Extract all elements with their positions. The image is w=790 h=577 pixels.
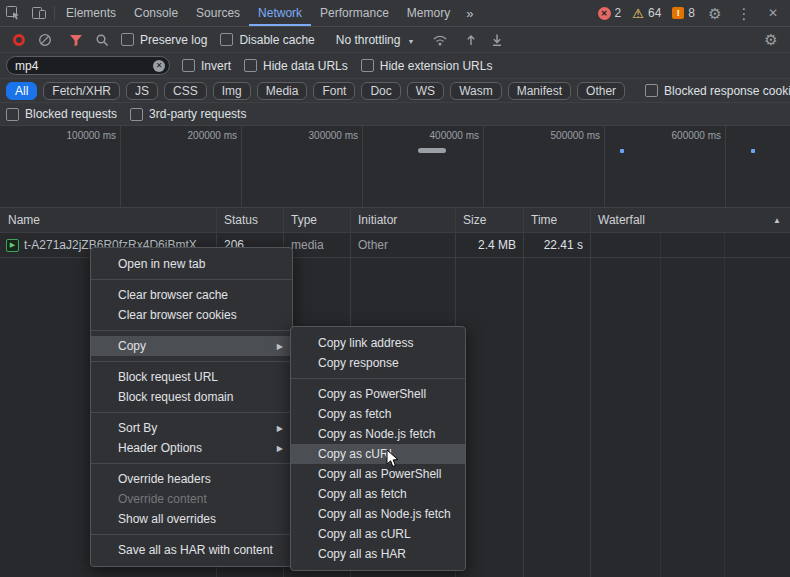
menu-item-copy-all-as-har[interactable]: Copy all as HAR [291,544,465,564]
column-header-initiator[interactable]: Initiator [350,213,455,227]
sort-arrow-icon[interactable] [773,216,781,225]
blocked-requests-checkbox[interactable]: Blocked requests [6,107,117,121]
chip-doc[interactable]: Doc [361,82,400,100]
column-header-time[interactable]: Time [523,213,590,227]
throttling-select[interactable]: No throttling [336,33,415,47]
chip-media[interactable]: Media [257,82,308,100]
tab-elements[interactable]: Elements [57,0,125,26]
more-tabs-button[interactable]: » [459,0,480,26]
warning-badge[interactable]: 64 [628,6,665,20]
menu-item-copy-link-address[interactable]: Copy link address [291,333,465,353]
chip-other[interactable]: Other [577,82,625,100]
invert-checkbox-box[interactable] [182,59,195,72]
export-har-button[interactable] [484,33,510,47]
chip-css[interactable]: CSS [164,82,207,100]
menu-separator [91,534,292,535]
third-party-requests-checkbox-box[interactable] [130,108,143,121]
filter-toggle-button[interactable] [63,33,89,47]
menu-item-copy-as-powershell[interactable]: Copy as PowerShell [291,384,465,404]
menu-item-save-all-as-har[interactable]: Save all as HAR with content [91,540,292,560]
menu-item-copy-response[interactable]: Copy response [291,353,465,373]
hide-extension-urls-checkbox[interactable]: Hide extension URLs [361,59,493,73]
tab-sources[interactable]: Sources [187,0,249,26]
column-header-type[interactable]: Type [283,213,350,227]
request-waterfall-cell[interactable] [590,233,598,258]
inspect-element-button[interactable] [0,0,26,26]
preserve-log-checkbox-box[interactable] [121,33,134,46]
chip-fetch-xhr[interactable]: Fetch/XHR [43,82,120,100]
hide-extension-urls-checkbox-box[interactable] [361,59,374,72]
column-divider[interactable] [523,208,524,577]
overview-selection-bar[interactable] [418,148,446,153]
chip-manifest[interactable]: Manifest [508,82,571,100]
clear-filter-icon[interactable] [153,60,165,72]
menu-item-sort-by[interactable]: Sort By [91,418,292,438]
menu-item-header-options[interactable]: Header Options [91,438,292,458]
disable-cache-checkbox[interactable]: Disable cache [220,33,314,47]
menu-item-clear-browser-cookies[interactable]: Clear browser cookies [91,305,292,325]
overview-request-mark [620,149,624,153]
timeline-overview[interactable]: 100000 ms 200000 ms 300000 ms 400000 ms … [0,126,790,208]
invert-label: Invert [201,59,231,73]
device-toolbar-icon [31,5,47,21]
menu-item-copy-all-as-fetch[interactable]: Copy all as fetch [291,484,465,504]
menu-item-copy-as-nodejs-fetch[interactable]: Copy as Node.js fetch [291,424,465,444]
filter-bar: Invert Hide data URLs Hide extension URL… [0,53,790,79]
menu-item-copy-all-as-powershell[interactable]: Copy all as PowerShell [291,464,465,484]
invert-checkbox[interactable]: Invert [182,59,231,73]
menu-item-override-headers[interactable]: Override headers [91,469,292,489]
disable-cache-checkbox-box[interactable] [220,33,233,46]
export-har-icon [490,33,504,47]
timeline-tick-label: 300000 ms [274,130,358,141]
menu-item-show-all-overrides[interactable]: Show all overrides [91,509,292,529]
tab-network[interactable]: Network [249,0,311,26]
hide-extension-urls-label: Hide extension URLs [380,59,493,73]
column-header-name[interactable]: Name [0,213,216,227]
menu-item-copy[interactable]: Copy [91,336,292,356]
menu-item-clear-browser-cache[interactable]: Clear browser cache [91,285,292,305]
menu-item-copy-all-as-curl[interactable]: Copy all as cURL [291,524,465,544]
menu-item-copy-all-as-nodejs-fetch[interactable]: Copy all as Node.js fetch [291,504,465,524]
blocked-response-cookies-checkbox-box[interactable] [645,84,658,97]
tab-performance[interactable]: Performance [311,0,398,26]
column-divider[interactable] [590,208,591,577]
column-header-waterfall[interactable]: Waterfall [590,213,790,227]
tab-console[interactable]: Console [125,0,187,26]
column-header-size[interactable]: Size [455,213,523,227]
chip-ws[interactable]: WS [407,82,444,100]
column-header-status[interactable]: Status [216,213,283,227]
menu-item-block-request-url[interactable]: Block request URL [91,367,292,387]
record-button[interactable] [6,34,32,46]
error-badge[interactable]: 2 [594,6,626,20]
tab-memory[interactable]: Memory [398,0,459,26]
blocked-requests-checkbox-box[interactable] [6,108,19,121]
blocked-response-cookies-checkbox[interactable]: Blocked response cookies [645,84,790,98]
request-initiator[interactable]: Other [350,238,455,252]
chip-font[interactable]: Font [313,82,355,100]
menu-item-copy-as-curl[interactable]: Copy as cURL [291,444,465,464]
chip-wasm[interactable]: Wasm [450,82,502,100]
preserve-log-checkbox[interactable]: Preserve log [121,33,207,47]
hide-data-urls-checkbox-box[interactable] [244,59,257,72]
import-har-button[interactable] [458,33,484,47]
chip-js[interactable]: JS [126,82,158,100]
hide-data-urls-checkbox[interactable]: Hide data URLs [244,59,348,73]
issues-badge[interactable]: 8 [668,6,699,20]
third-party-requests-checkbox[interactable]: 3rd-party requests [130,107,246,121]
request-size: 2.4 MB [455,238,523,252]
menu-item-copy-as-fetch[interactable]: Copy as fetch [291,404,465,424]
search-button[interactable] [89,33,115,47]
clear-network-log-button[interactable] [32,33,58,47]
network-conditions-button[interactable] [427,33,453,47]
settings-gear-icon[interactable] [702,6,728,21]
network-settings-gear-icon[interactable] [758,32,784,47]
device-toolbar-button[interactable] [26,0,52,26]
chip-img[interactable]: Img [213,82,251,100]
filter-input[interactable] [6,56,170,75]
menu-item-open-in-new-tab[interactable]: Open in new tab [91,254,292,274]
close-devtools-icon[interactable] [760,7,786,19]
more-options-icon[interactable] [731,6,757,21]
menu-item-block-request-domain[interactable]: Block request domain [91,387,292,407]
clear-icon [38,33,52,47]
chip-all[interactable]: All [6,82,37,100]
